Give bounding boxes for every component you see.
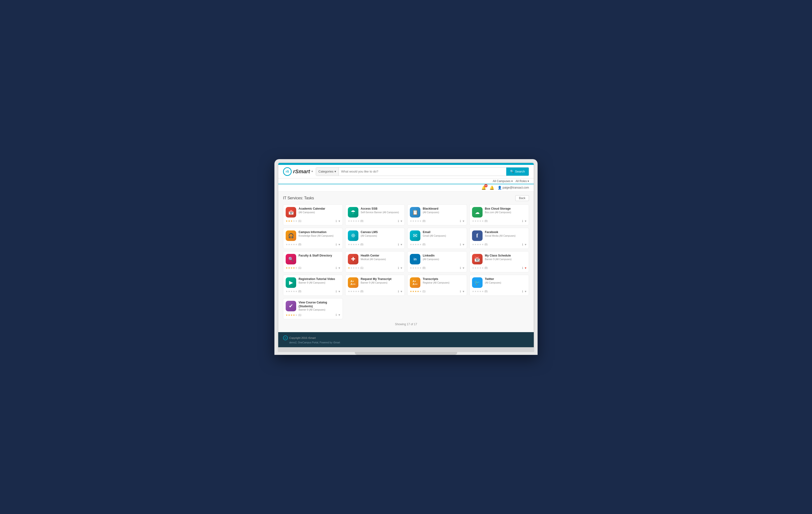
favorite-icon[interactable]: ♥: [462, 290, 464, 293]
card-top: 📋 Blackboard (All Campuses): [410, 207, 464, 218]
favorite-icon[interactable]: ♥: [338, 220, 340, 223]
card-title: Health Center: [361, 254, 402, 258]
info-icon[interactable]: ℹ: [336, 243, 337, 246]
info-icon[interactable]: ℹ: [522, 290, 523, 293]
card-subtitle: (All Campuses): [298, 211, 340, 214]
list-item[interactable]: A+A++ Transcripts Registrar (All Campuse…: [407, 275, 467, 296]
favorite-icon[interactable]: ♥: [401, 290, 402, 293]
header: rS rSmart® Categories ▾ 🔍 Search: [278, 165, 534, 178]
star-rating: ★★★★★ (0): [410, 266, 425, 269]
star-empty-icon: ★: [350, 290, 352, 293]
list-item[interactable]: ❊ Canvas LMS (All Campuses) ★★★★★ (0) ℹ …: [345, 228, 405, 249]
star-empty-icon: ★: [348, 290, 350, 293]
card-top: 🔍 Faculty & Staff Directory: [286, 254, 340, 264]
card-actions: ℹ ♥: [398, 290, 402, 293]
favorite-icon[interactable]: ♥: [401, 243, 402, 246]
favorite-icon[interactable]: ♥: [525, 290, 526, 293]
page-title: IT Services: Tasks: [283, 196, 314, 200]
info-icon[interactable]: ℹ: [522, 266, 523, 270]
info-icon[interactable]: ℹ: [522, 220, 523, 223]
info-icon[interactable]: ℹ: [398, 220, 399, 223]
card-icon: 📋: [410, 207, 420, 218]
list-item[interactable]: A+A++ Request My Transcript Banner 9 (Al…: [345, 275, 405, 296]
list-item[interactable]: 📆 My Class Schedule Banner 9 (All Campus…: [469, 251, 529, 272]
star-rating: ★★★★★ (0): [286, 290, 301, 293]
info-icon[interactable]: ℹ: [336, 290, 337, 293]
favorite-icon[interactable]: ♥: [525, 220, 526, 223]
card-actions: ℹ ♥: [522, 290, 526, 293]
favorite-icon[interactable]: ♥: [338, 266, 340, 270]
favorite-icon[interactable]: ♥: [401, 220, 402, 223]
list-item[interactable]: ✉ Email Gmail (All Campuses) ★★★★★ (0) ℹ…: [407, 228, 467, 249]
roles-filter[interactable]: All Roles ▾: [516, 179, 529, 183]
list-item[interactable]: ▶ Registration Tutorial Video Banner 9 (…: [283, 275, 343, 296]
star-empty-icon: ★: [357, 290, 359, 293]
star-filled-icon: ★: [348, 266, 350, 269]
list-item[interactable]: 🐦 Twitter (All Campuses) ★★★★★ (0) ℹ ♥: [469, 275, 529, 296]
search-button[interactable]: 🔍 Search: [506, 168, 529, 176]
list-item[interactable]: 🔍 Faculty & Staff Directory ★★★★★ (1) ℹ …: [283, 251, 343, 272]
favorite-icon[interactable]: ♥: [338, 243, 340, 246]
favorite-icon[interactable]: ♥: [462, 220, 464, 223]
info-icon[interactable]: ℹ: [398, 266, 399, 270]
star-empty-icon: ★: [415, 243, 417, 246]
cards-grid: 📅 Academic Calendar (All Campuses) ★★★★★…: [283, 204, 529, 319]
favorite-icon[interactable]: ♥: [462, 266, 464, 270]
info-icon[interactable]: ℹ: [460, 266, 461, 270]
info-icon[interactable]: ℹ: [522, 243, 523, 246]
info-icon[interactable]: ℹ: [336, 266, 337, 270]
back-button[interactable]: Back: [515, 195, 529, 201]
list-item[interactable]: ☁ Box Cloud Storage Box.com (All Campuse…: [469, 204, 529, 225]
star-empty-icon: ★: [290, 290, 293, 293]
rating-count: (0): [485, 266, 488, 269]
card-icon: 📅: [286, 207, 296, 218]
card-top: ☂ Access SSB Self-Service Banner (All Ca…: [348, 207, 402, 218]
favorite-icon[interactable]: ♥: [525, 266, 526, 270]
notifications-icon[interactable]: 🔔 33: [481, 185, 486, 190]
star-empty-icon: ★: [295, 290, 297, 293]
favorite-icon[interactable]: ♥: [338, 290, 340, 293]
favorite-icon[interactable]: ♥: [338, 313, 340, 317]
card-icon: ☂: [348, 207, 358, 218]
star-rating: ★★★★★ (1): [286, 266, 301, 269]
card-actions: ℹ ♥: [336, 313, 340, 317]
favorite-icon[interactable]: ♥: [462, 243, 464, 246]
info-icon[interactable]: ℹ: [336, 220, 337, 223]
list-item[interactable]: in LinkedIn (All Campuses) ★★★★★ (0) ℹ ♥: [407, 251, 467, 272]
campuses-filter[interactable]: All Campuses ▾: [493, 179, 513, 183]
card-subtitle: (All Campuses): [423, 211, 464, 214]
star-empty-icon: ★: [412, 243, 414, 246]
star-rating: ★★★★★ (0): [472, 243, 488, 246]
star-filled-icon: ★: [288, 266, 290, 269]
list-item[interactable]: 🎧 Campus Information Knowledge Base (All…: [283, 228, 343, 249]
card-icon: ✉: [410, 230, 420, 241]
footer-logo: rS Copyright 2016 rSmart: [283, 336, 529, 340]
list-item[interactable]: f Facebook Social Media (All Campuses) ★…: [469, 228, 529, 249]
bell-icon[interactable]: 🔔: [490, 185, 494, 190]
user-email[interactable]: 👤 paige@transact.com: [498, 186, 529, 190]
search-input[interactable]: [339, 168, 506, 176]
info-icon[interactable]: ℹ: [460, 290, 461, 293]
info-icon[interactable]: ℹ: [460, 220, 461, 223]
categories-dropdown[interactable]: Categories ▾: [316, 168, 339, 176]
star-empty-icon: ★: [482, 220, 484, 222]
star-empty-icon: ★: [295, 220, 297, 222]
favorite-icon[interactable]: ♥: [525, 243, 526, 246]
list-item[interactable]: 📋 Blackboard (All Campuses) ★★★★★ (0) ℹ …: [407, 204, 467, 225]
list-item[interactable]: ✔ View Course Catalog (Students) Banner …: [283, 298, 343, 319]
card-actions: ℹ ♥: [522, 243, 526, 246]
list-item[interactable]: ✚ Health Center Medical (All Campuses) ★…: [345, 251, 405, 272]
card-top: ▶ Registration Tutorial Video Banner 9 (…: [286, 277, 340, 288]
info-icon[interactable]: ℹ: [398, 243, 399, 246]
star-empty-icon: ★: [350, 266, 352, 269]
info-icon[interactable]: ℹ: [336, 313, 337, 317]
user-bar: 🔔 33 🔔 👤 paige@transact.com: [278, 184, 534, 192]
star-empty-icon: ★: [357, 243, 359, 246]
list-item[interactable]: ☂ Access SSB Self-Service Banner (All Ca…: [345, 204, 405, 225]
list-item[interactable]: 📅 Academic Calendar (All Campuses) ★★★★★…: [283, 204, 343, 225]
info-icon[interactable]: ℹ: [460, 243, 461, 246]
info-icon[interactable]: ℹ: [398, 290, 399, 293]
star-empty-icon: ★: [293, 290, 295, 293]
favorite-icon[interactable]: ♥: [401, 266, 402, 270]
card-icon: ☁: [472, 207, 483, 218]
